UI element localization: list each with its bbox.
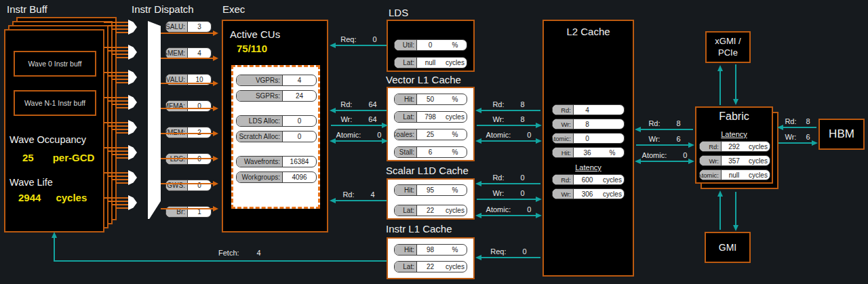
- mux-shape: [128, 170, 137, 185]
- fetch-arrowhead: [52, 232, 57, 238]
- arrow-value: 0: [373, 35, 377, 43]
- dispatch-arrow: [161, 158, 217, 159]
- wave-occupancy-value: 25: [22, 152, 34, 163]
- util-field: Util:0%: [394, 39, 467, 51]
- atomic-latency-field: Atomic:nullcycles: [699, 169, 770, 180]
- mux-shape: [128, 20, 137, 35]
- lds-title: LDS: [389, 7, 408, 18]
- dispatch-arrow: [161, 208, 217, 209]
- dispatch-unit-shape: [148, 21, 161, 219]
- field-value: 8: [574, 119, 601, 129]
- arrow-label: Atomic:: [336, 131, 361, 139]
- field-label: LDS Alloc:: [237, 116, 283, 126]
- scalar-l1d-fields: Hit:95% Lat:22cycles: [394, 184, 467, 216]
- fabric-latency-heading: Latency: [695, 130, 773, 138]
- dispatch-arrow: [161, 133, 217, 134]
- arrow-label: Wr:: [785, 133, 796, 141]
- counter-value: 3: [188, 22, 211, 32]
- field-unit: %: [443, 245, 467, 255]
- arrow-label: Atomic:: [642, 151, 667, 159]
- instr-l1-fields: Hit:98% Lat:22cycles: [394, 244, 467, 272]
- dispatch-arrow: [161, 83, 217, 84]
- stall-field: Stall:6%: [394, 146, 467, 158]
- xgmi-pcie-box: xGMI / PCIe: [705, 31, 751, 63]
- fabric-hbm-rd-arrow: Rd:8: [778, 117, 816, 128]
- lat-field: Lat:798cycles: [394, 111, 467, 123]
- exec-fields: VGPRs:4 SGPRs:24 LDS Alloc:0 Scratch All…: [236, 75, 317, 183]
- arrow-value: 6: [676, 135, 680, 143]
- field-unit: %: [443, 185, 467, 195]
- field-label: SGPRs:: [237, 91, 283, 101]
- hit-field: Hit:98%: [394, 244, 467, 256]
- arrow-value: 8: [521, 100, 525, 108]
- fetch-line-vertical: [54, 237, 55, 262]
- hit-field: Hit:36%: [552, 147, 625, 158]
- field-label: Workgroups:: [237, 172, 283, 182]
- field-value: 292: [722, 142, 747, 151]
- field-label: Scratch Alloc:: [237, 131, 283, 142]
- mux-shape: [128, 120, 137, 135]
- exec-sl1d-rd-arrow: Rd:4: [331, 190, 387, 201]
- hbm-label: HBM: [829, 127, 854, 141]
- bus-tap: [104, 72, 129, 83]
- arrow-label: Req:: [340, 35, 356, 43]
- field-value: null: [722, 170, 747, 180]
- salu-counter: SALU:3: [165, 21, 212, 33]
- field-value: 36: [574, 148, 601, 157]
- arrow-label: Wr:: [492, 115, 504, 123]
- field-value: 798: [417, 112, 443, 122]
- arrow-value: 8: [677, 119, 681, 127]
- fetch-line-horizontal: [54, 260, 387, 262]
- l2-fabric-atomic-arrow: Atomic:0: [636, 151, 693, 162]
- wave-life-value-row: 2944 cycles: [18, 192, 87, 203]
- fabric-hbm-wr-arrow: Wr:6: [778, 133, 816, 144]
- wave-life-label: Wave Life: [9, 177, 53, 188]
- dispatch-arrow: [161, 58, 217, 59]
- wavefronts-field: Wavefronts:16384: [236, 156, 317, 167]
- lds-fields: Util:0% Lat:nullcycles: [394, 39, 467, 68]
- gmi-to-fabric-arrow: [719, 192, 721, 230]
- field-value: 16384: [283, 157, 316, 167]
- field-unit: %: [443, 40, 467, 50]
- field-value: 95: [417, 185, 443, 195]
- mux-shape: [128, 45, 137, 60]
- arrow-value: 0: [527, 205, 531, 214]
- l2-latency-heading: Latency: [542, 163, 634, 171]
- fabric-fields: Rd:292cycles Wr:357cycles Atomic:nullcyc…: [699, 141, 770, 180]
- field-value: 357: [722, 156, 747, 165]
- lat-field: Lat:22cycles: [394, 205, 467, 216]
- field-value: 0: [283, 131, 316, 142]
- dispatch-arrow: [161, 183, 217, 184]
- rd-latency-field: Rd:600cycles: [552, 174, 625, 185]
- field-unit: cycles: [747, 170, 770, 180]
- sl1d-l2-wr-arrow: Wr:0: [477, 189, 540, 200]
- field-unit: cycles: [443, 262, 467, 272]
- arrow-value: 8: [520, 115, 524, 123]
- exec-vl1-wr-arrow: Wr:64: [331, 115, 387, 126]
- lat-field: Lat:nullcycles: [394, 57, 467, 68]
- arrow-value: 4: [371, 190, 375, 199]
- fabric-title: Fabric: [695, 110, 773, 123]
- field-value: 4: [283, 75, 316, 85]
- wr-latency-field: Wr:357cycles: [699, 155, 770, 166]
- wave-occupancy-value-row: 25 per-GCD: [22, 152, 94, 163]
- vgprs-field: VGPRs:4: [236, 75, 317, 86]
- xgmi-line1: xGMI /: [715, 36, 741, 47]
- lat-field: Lat:22cycles: [394, 261, 467, 272]
- waveN-label: Wave N-1 Instr buff: [24, 99, 85, 107]
- scratch-alloc-field: Scratch Alloc:0: [236, 131, 317, 142]
- field-value: 22: [417, 205, 443, 216]
- field-unit: cycles: [443, 58, 467, 68]
- arrow-value: 0: [521, 174, 525, 182]
- field-label: Rd:: [553, 175, 574, 184]
- bus-tap: [104, 172, 129, 184]
- mux-shape: [128, 145, 137, 160]
- field-unit: [601, 119, 624, 129]
- bus-tap: [104, 122, 129, 134]
- field-value: 6: [417, 147, 443, 157]
- field-value: 0: [574, 134, 601, 143]
- arrow-value: 0: [527, 131, 531, 139]
- wave0-instr-buff: Wave 0 Instr buff: [14, 51, 96, 77]
- exec-vl1-atomic-arrow: Atomic:0: [331, 131, 387, 142]
- hit-field: Hit:95%: [394, 184, 467, 196]
